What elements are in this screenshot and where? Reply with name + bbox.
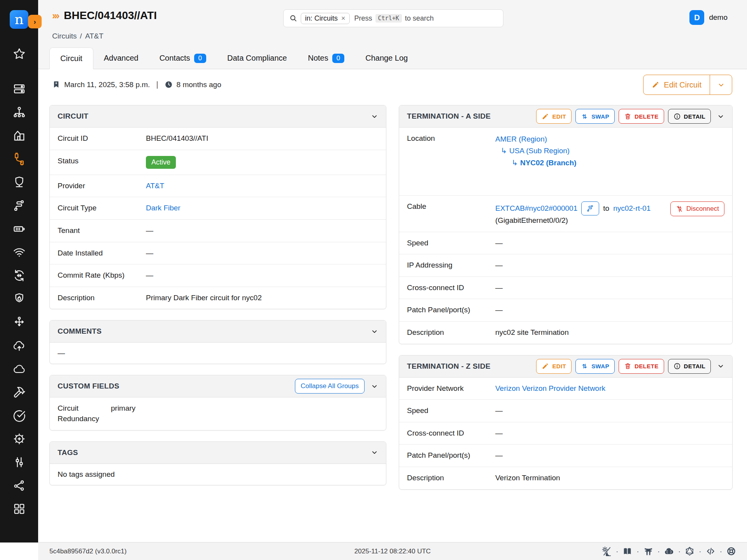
cable-link[interactable]: EXTCAB#nyc02#000001 [495, 203, 577, 214]
route-icon[interactable] [0, 194, 38, 217]
value-link[interactable]: Dark Fiber [146, 204, 181, 212]
sync-icon[interactable] [0, 264, 38, 287]
table-row: Circuit Redundancyprimary [50, 397, 386, 430]
cloud-code-icon[interactable]: { } [664, 546, 674, 556]
cable-trace-button[interactable] [581, 201, 599, 215]
row-label: Cable [407, 201, 495, 212]
racks-icon[interactable] [0, 77, 38, 100]
grid-icon[interactable] [0, 497, 38, 520]
row-value-text: — [495, 429, 503, 437]
termination-a-swap-button[interactable]: SWAP [575, 109, 615, 124]
comments-value: — [50, 343, 386, 364]
breadcrumb-provider[interactable]: AT&T [85, 32, 103, 40]
book-icon[interactable] [622, 546, 632, 556]
tab-label: Notes [308, 54, 328, 63]
termination-z-detail-button[interactable]: DETAIL [668, 359, 711, 374]
shield-network-icon[interactable] [0, 170, 38, 194]
location-link[interactable]: NYC02 [520, 159, 544, 167]
chevron-down-icon[interactable] [717, 113, 724, 120]
termination-a-panel: TERMINATION - A SIDE EDIT SWAP DELETE DE… [399, 105, 733, 344]
termination-z-edit-button[interactable]: EDIT [536, 359, 572, 374]
circuit-panel-title: CIRCUIT [58, 112, 365, 121]
cloud-upload-icon[interactable] [0, 334, 38, 357]
location-type-link[interactable]: (Region) [519, 135, 547, 143]
row-label: Tenant [58, 226, 146, 236]
termination-z-swap-button[interactable]: SWAP [575, 359, 615, 374]
chevron-down-icon[interactable] [371, 383, 378, 390]
tags-empty-text: No tags assigned [50, 464, 386, 485]
move-icon[interactable] [0, 310, 38, 334]
nautobot-logo[interactable]: n [10, 10, 28, 29]
collapse-all-groups-button[interactable]: Collapse All Groups [295, 379, 365, 394]
sliders-icon[interactable] [0, 450, 38, 474]
termination-z-panel: TERMINATION - Z SIDE EDIT SWAP DELETE DE… [399, 355, 733, 490]
value-link[interactable]: Verizon Verizon Provider Network [495, 384, 605, 392]
search-input[interactable]: in: Circuits × Press Ctrl+K to search [283, 9, 503, 27]
tab-change-log[interactable]: Change Log [355, 47, 418, 69]
value-link[interactable]: AT&T [146, 182, 164, 190]
tab-bar: CircuitAdvancedContacts0Data ComplianceN… [38, 47, 747, 69]
sidebar-expand-button[interactable]: › [28, 15, 42, 28]
gear-plus-icon[interactable] [0, 427, 38, 450]
tab-notes[interactable]: Notes0 [297, 47, 355, 69]
battery-icon[interactable] [0, 217, 38, 240]
row-label: Speed [407, 406, 495, 416]
disconnect-button[interactable]: Disconnect [670, 201, 724, 216]
breadcrumb-circuits[interactable]: Circuits [52, 32, 77, 40]
user-menu[interactable]: D demo [689, 10, 728, 25]
tab-circuit[interactable]: Circuit [49, 47, 93, 69]
status-badge[interactable]: Active [146, 156, 176, 169]
cloud-icon[interactable] [0, 357, 38, 380]
chevron-down-icon[interactable] [371, 328, 378, 335]
svg-text:{ }: { } [666, 550, 672, 554]
location-link[interactable]: AMER [495, 135, 517, 143]
wifi-icon[interactable] [0, 240, 38, 264]
row-value-text: — [495, 306, 503, 314]
tags-panel-title: TAGS [58, 448, 365, 457]
shield-fire-icon[interactable] [0, 287, 38, 310]
meta-separator: | [156, 80, 158, 89]
hammer-icon[interactable] [0, 380, 38, 404]
cable-row: Cable EXTCAB#nyc02#000001 to nyc02-rt-01… [399, 195, 732, 232]
cable-icon[interactable] [0, 147, 38, 170]
chevron-down-icon[interactable] [371, 113, 378, 120]
edit-circuit-dropdown[interactable] [710, 75, 732, 94]
location-type-link[interactable]: (Branch) [546, 159, 576, 167]
disconnect-icon [676, 205, 683, 213]
location-level: ↳NYC02 (Branch) [495, 157, 724, 169]
search-press-text: Press [354, 14, 372, 23]
theme-icon[interactable] [602, 546, 612, 556]
custom-fields-panel-title: CUSTOM FIELDS [58, 382, 295, 390]
star-icon[interactable] [0, 42, 38, 65]
termination-z-delete-button[interactable]: DELETE [619, 359, 664, 374]
chip-close-icon[interactable]: × [341, 14, 345, 23]
search-scope-chip[interactable]: in: Circuits × [301, 13, 350, 24]
chevron-down-icon[interactable] [717, 362, 724, 370]
location-type-link[interactable]: (Sub Region) [526, 147, 570, 155]
version-text: 5c4ba89567d2 (v3.0.0rc1) [49, 548, 126, 555]
torii-icon[interactable] [644, 546, 653, 556]
sitemap-icon[interactable] [0, 100, 38, 124]
table-row: Circuit TypeDark Fiber [50, 197, 386, 219]
lifebuoy-icon[interactable] [726, 546, 736, 556]
check-circle-icon[interactable] [0, 404, 38, 427]
building-icon[interactable] [0, 124, 38, 147]
graphql-icon[interactable] [685, 546, 694, 556]
tab-advanced[interactable]: Advanced [93, 47, 149, 69]
table-row: Tenant— [50, 219, 386, 242]
chevron-down-icon[interactable] [371, 449, 378, 456]
edit-circuit-button[interactable]: Edit Circuit [644, 75, 710, 94]
tab-data-compliance[interactable]: Data Compliance [217, 47, 297, 69]
termination-a-edit-button[interactable]: EDIT [536, 109, 572, 124]
termination-a-detail-button[interactable]: DETAIL [668, 109, 711, 124]
code-icon[interactable] [706, 546, 715, 556]
object-meta: March 11, 2025, 3:58 p.m. | 8 months ago [52, 80, 221, 89]
search-suffix-text: to search [405, 14, 434, 23]
tab-contacts[interactable]: Contacts0 [149, 47, 217, 69]
location-link[interactable]: USA [509, 147, 524, 155]
termination-a-delete-button[interactable]: DELETE [619, 109, 664, 124]
tab-label: Data Compliance [227, 54, 287, 63]
share-nodes-icon[interactable] [0, 474, 38, 497]
cable-device-link[interactable]: nyc02-rt-01 [613, 203, 651, 214]
page-title: BHEC/041403//ATI [64, 9, 157, 22]
